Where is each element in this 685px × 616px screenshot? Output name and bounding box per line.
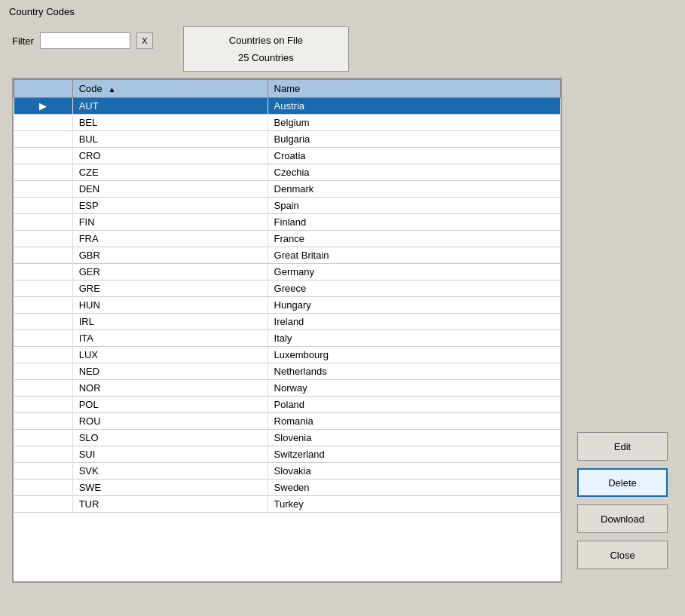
edit-button[interactable]: Edit (577, 432, 668, 461)
sort-icon: ▲ (108, 85, 115, 93)
row-code: AUT (72, 98, 268, 115)
row-arrow (14, 115, 73, 131)
row-name: Sweden (268, 480, 560, 496)
row-code: FIN (72, 214, 268, 231)
table-row[interactable]: NEDNetherlands (14, 363, 561, 380)
row-name: Great Britain (268, 247, 560, 264)
row-name: Spain (268, 198, 560, 214)
row-name: France (268, 231, 560, 247)
col-code[interactable]: Code ▲ (72, 80, 268, 98)
row-name: Switzerland (268, 446, 560, 463)
row-arrow (14, 198, 73, 214)
row-name: Finland (268, 214, 560, 231)
row-name: Greece (268, 280, 560, 297)
table-row[interactable]: IRLIreland (14, 314, 561, 330)
table-row[interactable]: SWESweden (14, 480, 561, 496)
row-code: IRL (72, 314, 268, 330)
row-code: NOR (72, 380, 268, 397)
delete-button[interactable]: Delete (577, 468, 668, 497)
table-row[interactable]: FINFinland (14, 214, 561, 231)
row-name: Bulgaria (268, 131, 560, 148)
row-code: CZE (72, 164, 268, 181)
row-code: BEL (72, 115, 268, 131)
table-row[interactable]: BULBulgaria (14, 131, 561, 148)
table-row[interactable]: GERGermany (14, 264, 561, 280)
row-code: POL (72, 397, 268, 413)
table-row[interactable]: GBRGreat Britain (14, 247, 561, 264)
row-code: GRE (72, 280, 268, 297)
table-row[interactable]: NORNorway (14, 380, 561, 397)
table-row[interactable]: HUNHungary (14, 297, 561, 314)
table-row[interactable]: FRAFrance (14, 231, 561, 247)
row-name: Norway (268, 380, 560, 397)
table-row[interactable]: SLOSlovenia (14, 430, 561, 446)
row-code: TUR (72, 496, 268, 513)
row-name: Ireland (268, 314, 560, 330)
row-name: Netherlands (268, 363, 560, 380)
row-name: Luxembourg (268, 347, 560, 363)
table-row[interactable]: GREGreece (14, 280, 561, 297)
table-row[interactable]: ITAItaly (14, 330, 561, 347)
row-name: Italy (268, 330, 560, 347)
table-row[interactable]: DENDenmark (14, 181, 561, 198)
row-arrow (14, 314, 73, 330)
table-row[interactable]: ROURomania (14, 413, 561, 430)
row-name: Turkey (268, 496, 560, 513)
download-button[interactable]: Download (577, 504, 668, 533)
info-box: Countries on File 25 Countries (183, 26, 349, 72)
row-name: Croatia (268, 148, 560, 164)
close-button[interactable]: Close (577, 541, 668, 569)
row-code: ESP (72, 198, 268, 214)
filter-clear-button[interactable]: X (136, 32, 153, 49)
table-row[interactable]: BELBelgium (14, 115, 561, 131)
row-code: ITA (72, 330, 268, 347)
table-row[interactable]: LUXLuxembourg (14, 347, 561, 363)
filter-input[interactable] (40, 32, 130, 49)
table-row[interactable]: POLPoland (14, 397, 561, 413)
row-arrow (14, 280, 73, 297)
row-name: Slovakia (268, 463, 560, 480)
filter-label: Filter (12, 35, 34, 47)
row-arrow (14, 397, 73, 413)
col-name[interactable]: Name (268, 80, 560, 98)
row-arrow (14, 446, 73, 463)
row-code: NED (72, 363, 268, 380)
row-arrow (14, 297, 73, 314)
row-arrow (14, 480, 73, 496)
row-name: Austria (268, 98, 560, 115)
table-row[interactable]: TURTurkey (14, 496, 561, 513)
row-code: ROU (72, 413, 268, 430)
table-row[interactable]: CROCroatia (14, 148, 561, 164)
row-code: HUN (72, 297, 268, 314)
row-name: Romania (268, 413, 560, 430)
table-row[interactable]: SVKSlovakia (14, 463, 561, 480)
row-code: SWE (72, 480, 268, 496)
row-code: LUX (72, 347, 268, 363)
table-row[interactable]: ESPSpain (14, 198, 561, 214)
row-arrow (14, 131, 73, 148)
row-code: CRO (72, 148, 268, 164)
row-name: Poland (268, 397, 560, 413)
row-code: SUI (72, 446, 268, 463)
row-arrow (14, 380, 73, 397)
row-arrow (14, 496, 73, 513)
row-code: SVK (72, 463, 268, 480)
row-name: Germany (268, 264, 560, 280)
row-arrow (14, 247, 73, 264)
country-table: Code ▲ Name ▶AUTAustriaBELBelgiumBULBulg… (12, 78, 562, 583)
row-code: BUL (72, 131, 268, 148)
row-name: Denmark (268, 181, 560, 198)
row-arrow (14, 430, 73, 446)
table-row[interactable]: CZECzechia (14, 164, 561, 181)
info-box-title: Countries on File (214, 35, 318, 46)
table-row[interactable]: SUISwitzerland (14, 446, 561, 463)
row-name: Belgium (268, 115, 560, 131)
row-code: GBR (72, 247, 268, 264)
table-row[interactable]: ▶AUTAustria (14, 98, 561, 115)
row-arrow (14, 214, 73, 231)
row-arrow (14, 164, 73, 181)
row-arrow (14, 148, 73, 164)
row-arrow (14, 347, 73, 363)
row-name: Czechia (268, 164, 560, 181)
row-arrow (14, 413, 73, 430)
